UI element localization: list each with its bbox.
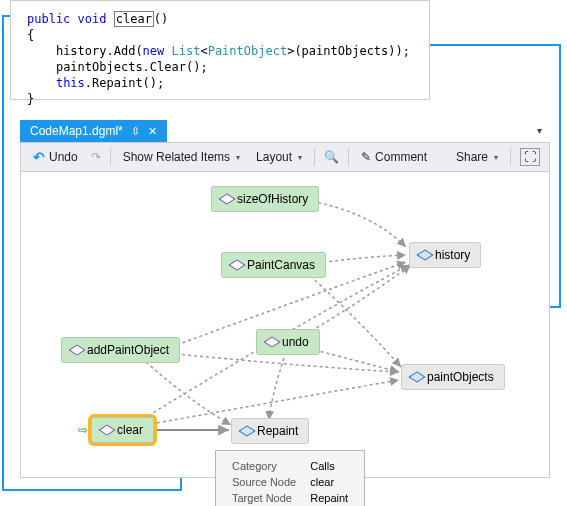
method-icon: [267, 337, 277, 347]
field-icon: [420, 250, 430, 260]
node-sizeOfHistory[interactable]: sizeOfHistory: [211, 186, 319, 212]
chevron-down-icon: ▾: [236, 153, 240, 162]
layout-label: Layout: [256, 150, 292, 164]
undo-icon: ↶: [33, 149, 45, 165]
redo-icon: ↷: [91, 150, 101, 164]
node-PaintCanvas[interactable]: PaintCanvas: [221, 252, 326, 278]
tooltip-key: Category: [226, 459, 302, 473]
method-icon: [72, 345, 82, 355]
code-text: public void clear() { history.Add(new Li…: [27, 11, 413, 107]
method-name-highlight: clear: [114, 11, 154, 27]
node-history[interactable]: history: [409, 242, 481, 268]
redo-button[interactable]: ↷: [88, 147, 104, 167]
tab-title: CodeMap1.dgml*: [30, 124, 123, 138]
node-undo[interactable]: undo: [256, 329, 320, 355]
tooltip-value: clear: [304, 475, 354, 489]
node-label: sizeOfHistory: [237, 192, 308, 206]
node-clear[interactable]: ⇨ clear: [91, 417, 154, 443]
node-label: Repaint: [257, 424, 298, 438]
chevron-down-icon: ▾: [494, 153, 498, 162]
toolbar-separator: [314, 148, 315, 166]
show-related-label: Show Related Items: [123, 150, 230, 164]
tooltip-key: Target Node: [226, 491, 302, 505]
node-label: undo: [282, 335, 309, 349]
node-label: addPaintObject: [87, 343, 169, 357]
method-icon: [232, 260, 242, 270]
toolbar-separator: [348, 148, 349, 166]
edge-tooltip: CategoryCalls Source Nodeclear Target No…: [215, 450, 365, 506]
node-paintObjects[interactable]: paintObjects: [401, 364, 505, 390]
fit-icon: ⛶: [520, 148, 540, 166]
undo-label: Undo: [49, 150, 78, 164]
fit-to-window-button[interactable]: ⛶: [517, 145, 543, 169]
codemap-toolbar: ↶ Undo ↷ Show Related Items ▾ Layout ▾ 🔍…: [20, 142, 550, 172]
share-button[interactable]: Share ▾: [450, 147, 504, 167]
tooltip-value: Repaint: [304, 491, 354, 505]
code-panel: public void clear() { history.Add(new Li…: [10, 0, 430, 100]
share-label: Share: [456, 150, 488, 164]
search-icon: 🔍: [324, 150, 339, 164]
node-label: PaintCanvas: [247, 258, 315, 272]
field-icon: [412, 372, 422, 382]
method-icon: [242, 426, 252, 436]
node-addPaintObject[interactable]: addPaintObject: [61, 337, 180, 363]
method-icon: [222, 194, 232, 204]
tooltip-value: Calls: [304, 459, 354, 473]
node-label: history: [435, 248, 470, 262]
undo-button[interactable]: ↶ Undo: [27, 146, 84, 168]
codemap-canvas[interactable]: sizeOfHistory PaintCanvas addPaintObject…: [20, 172, 550, 478]
tooltip-table: CategoryCalls Source Nodeclear Target No…: [224, 457, 356, 506]
toolbar-separator: [110, 148, 111, 166]
comment-label: Comment: [375, 150, 427, 164]
document-tabbar: CodeMap1.dgml* ⇳ ✕: [20, 120, 167, 142]
node-label: paintObjects: [427, 370, 494, 384]
chevron-down-icon: ▾: [298, 153, 302, 162]
method-icon: [102, 425, 112, 435]
show-related-items-button[interactable]: Show Related Items ▾: [117, 147, 246, 167]
tooltip-key: Source Node: [226, 475, 302, 489]
tab-overflow-chevron-icon[interactable]: ▾: [537, 125, 542, 136]
comment-button[interactable]: ✎ Comment: [355, 147, 433, 167]
entry-arrow-icon: ⇨: [78, 423, 88, 437]
document-tab[interactable]: CodeMap1.dgml* ⇳ ✕: [20, 120, 167, 142]
close-icon[interactable]: ✕: [148, 125, 157, 138]
node-label: clear: [117, 423, 143, 437]
comment-icon: ✎: [361, 150, 371, 164]
node-Repaint[interactable]: Repaint: [231, 418, 309, 444]
search-button[interactable]: 🔍: [321, 147, 342, 167]
toolbar-separator: [510, 148, 511, 166]
layout-button[interactable]: Layout ▾: [250, 147, 308, 167]
pin-icon[interactable]: ⇳: [131, 125, 140, 138]
